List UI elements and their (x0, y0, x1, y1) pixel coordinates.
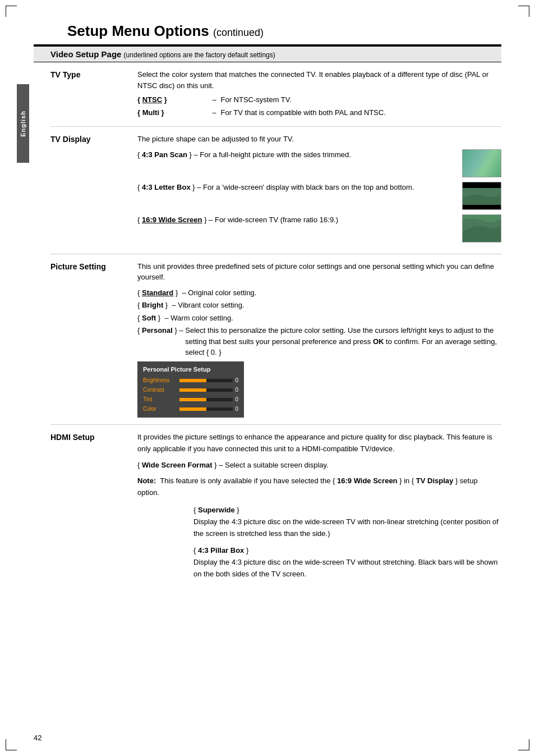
tv-display-panscan-text: { 4:3 Pan Scan } – For a full-height pic… (137, 149, 456, 162)
tv-display-widescreen-text: { 16:9 Wide Screen } – For wide-screen T… (137, 214, 456, 227)
brightness-fill (179, 379, 206, 382)
tv-display-row: TV Display The picture shape can be adju… (50, 127, 501, 254)
hdmi-setup-label: HDMI Setup (50, 432, 137, 580)
setup-tint-row: Tint 0 (143, 395, 238, 404)
widescreen-desc: For wide-screen TV (frame ratio 16:9.) (215, 214, 338, 226)
widescreen-svg (463, 215, 501, 242)
picture-setting-row: Picture Setting This unit provides three… (50, 254, 501, 425)
picture-bright-desc: Vibrant color setting. (178, 300, 244, 311)
letterbox-image (462, 182, 501, 210)
tv-type-multi-desc: For TV that is compatible with both PAL … (220, 107, 501, 118)
contrast-label: Contrast (143, 386, 179, 394)
tint-bar (179, 398, 233, 401)
tv-type-content: Select the color system that matches the… (137, 69, 501, 120)
corner-br (518, 739, 529, 750)
setup-contrast-row: Contrast 0 (143, 386, 238, 394)
tv-type-option-multi: { Multi } – For TV that is compatible wi… (137, 107, 501, 118)
tv-display-description: The picture shape can be adjusted to fit… (137, 134, 501, 145)
personal-setup-title: Personal Picture Setup (143, 365, 238, 374)
contrast-bar (179, 388, 233, 392)
picture-soft-option: { Soft } – Warm color setting. (137, 313, 501, 324)
page-title: Setup Menu Options (continued) (50, 22, 264, 39)
pillarbox-title: { 4:3 Pillar Box } (193, 545, 501, 557)
superwide-desc: Display the 4:3 picture disc on the wide… (193, 516, 501, 540)
tv-type-multi-label: { Multi } (137, 107, 210, 118)
tv-type-option-ntsc: { NTSC } – For NTSC-system TV. (137, 94, 501, 106)
color-label: Color (143, 405, 179, 413)
page: English Setup Menu Options (continued) V… (0, 0, 535, 756)
content-area: TV Type Select the color system that mat… (34, 62, 501, 587)
tint-fill (179, 398, 206, 401)
tv-type-ntsc-label: { NTSC } (137, 94, 210, 106)
tv-type-ntsc-desc: For NTSC-system TV. (220, 94, 501, 106)
page-title-text: Setup Menu Options (67, 22, 209, 39)
picture-setting-content: This unit provides three predefined sets… (137, 261, 501, 418)
corner-tr (518, 6, 529, 17)
picture-options-left: { Standard } – Original color setting. {… (137, 287, 501, 418)
hdmi-setup-row: HDMI Setup It provides the picture setti… (50, 425, 501, 587)
hdmi-note: Note: This feature is only available if … (137, 475, 501, 499)
panscan-desc: For a full-height picture with the sides… (200, 149, 351, 161)
tv-type-label: TV Type (50, 69, 137, 120)
page-title-continued: (continued) (213, 27, 264, 38)
svg-rect-0 (463, 150, 501, 177)
corner-bl (6, 739, 17, 750)
picture-personal-option: { Personal } – Select this to personaliz… (137, 325, 501, 358)
picture-soft-desc: Warm color setting. (170, 313, 233, 324)
brightness-bar (179, 379, 233, 382)
hdmi-setup-content: It provides the picture settings to enha… (137, 432, 501, 580)
section-header-note: (underlined options are the factory defa… (124, 51, 275, 59)
setup-color-row: Color 0 (143, 405, 238, 413)
picture-setting-description: This unit provides three predefined sets… (137, 261, 501, 283)
sidebar: English (17, 84, 29, 163)
widescreen-image (462, 214, 501, 242)
section-header: Video Setup Page (underlined options are… (34, 45, 501, 62)
picture-setting-label: Picture Setting (50, 261, 137, 418)
panscan-label: { 4:3 Pan Scan } – (137, 149, 200, 161)
page-number: 42 (34, 734, 41, 742)
hdmi-wide-screen-format: { Wide Screen Format } – Select a suitab… (137, 460, 501, 471)
hdmi-sub-options: { Superwide } Display the 4:3 picture di… (137, 505, 501, 580)
tv-display-label: TV Display (50, 134, 137, 247)
personal-setup-box: Personal Picture Setup Brightness 0 Cont… (137, 361, 244, 418)
tv-display-panscan-option: { 4:3 Pan Scan } – For a full-height pic… (137, 149, 501, 177)
picture-options-container: { Standard } – Original color setting. {… (137, 287, 501, 418)
section-title-text: Video Setup Page (50, 49, 121, 59)
contrast-value: 0 (235, 386, 238, 394)
letterbox-desc: For a 'wide-screen' display with black b… (203, 182, 414, 193)
pillarbox-desc: Display the 4:3 picture disc on the wide… (193, 557, 501, 580)
letterbox-label: { 4:3 Letter Box } – (137, 182, 203, 193)
tv-type-description: Select the color system that matches the… (137, 69, 501, 91)
tv-display-letterbox-option: { 4:3 Letter Box } – For a 'wide-screen'… (137, 182, 501, 210)
setup-brightness-row: Brightness 0 (143, 376, 238, 384)
superwide-title: { Superwide } (193, 505, 501, 516)
hdmi-pillarbox-option: { 4:3 Pillar Box } Display the 4:3 pictu… (193, 545, 501, 580)
tv-display-letterbox-text: { 4:3 Letter Box } – For a 'wide-screen'… (137, 182, 456, 195)
tv-display-widescreen-option: { 16:9 Wide Screen } – For wide-screen T… (137, 214, 501, 242)
panscan-image (462, 149, 501, 177)
contrast-fill (179, 388, 206, 392)
tv-type-row: TV Type Select the color system that mat… (50, 62, 501, 127)
panscan-svg (463, 150, 501, 177)
corner-tl (6, 6, 17, 17)
color-value: 0 (235, 405, 238, 413)
tv-display-content: The picture shape can be adjusted to fit… (137, 134, 501, 247)
color-fill (179, 407, 206, 411)
brightness-label: Brightness (143, 376, 179, 384)
color-bar (179, 407, 233, 411)
picture-bright-option: { Bright } – Vibrant color setting. (137, 300, 501, 311)
hdmi-description: It provides the picture settings to enha… (137, 432, 501, 455)
widescreen-label: { 16:9 Wide Screen } – (137, 214, 215, 226)
tint-value: 0 (235, 395, 238, 404)
picture-personal-desc: Select this to personalize the picture c… (185, 325, 501, 358)
section-header-title: Video Setup Page (underlined options are… (50, 49, 275, 59)
tint-label: Tint (143, 395, 179, 404)
sidebar-label: English (20, 111, 26, 137)
brightness-value: 0 (235, 376, 238, 384)
picture-standard-desc: Original color setting. (188, 287, 256, 299)
letterbox-svg (463, 182, 501, 210)
hdmi-superwide-option: { Superwide } Display the 4:3 picture di… (193, 505, 501, 539)
picture-standard-option: { Standard } – Original color setting. (137, 287, 501, 299)
